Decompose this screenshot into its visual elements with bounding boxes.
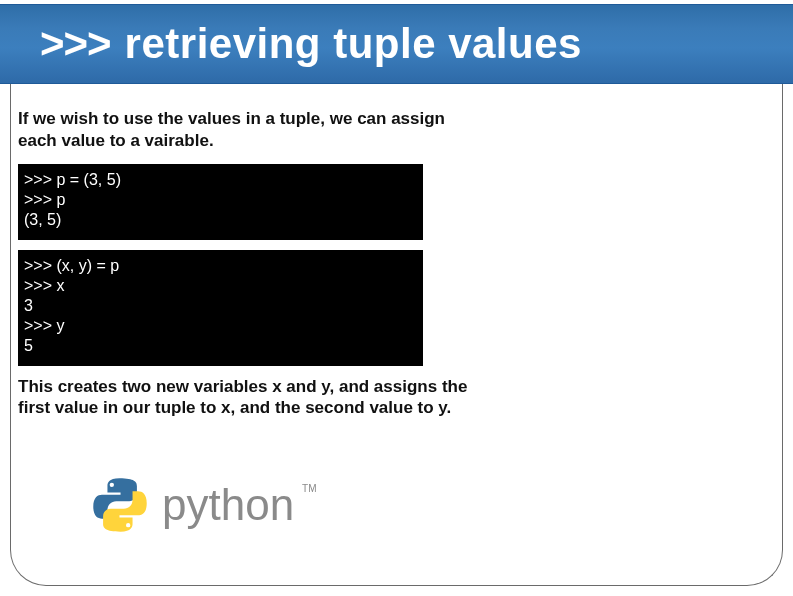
code-block-2: >>> (x, y) = p >>> x 3 >>> y 5 — [18, 250, 423, 366]
title-prompt: >>> — [40, 20, 111, 68]
trademark-symbol: TM — [302, 483, 316, 494]
python-logo: python TM — [90, 475, 317, 535]
title-bar: >>> retrieving tuple values — [0, 4, 793, 84]
python-logo-icon — [90, 475, 150, 535]
intro-text: If we wish to use the values in a tuple,… — [18, 108, 448, 152]
slide: >>> retrieving tuple values If we wish t… — [0, 0, 793, 596]
content-area: If we wish to use the values in a tuple,… — [18, 108, 778, 419]
page-title: retrieving tuple values — [125, 20, 582, 68]
code-block-1: >>> p = (3, 5) >>> p (3, 5) — [18, 164, 423, 240]
python-logo-wordmark: python — [162, 480, 294, 530]
outro-text: This creates two new variables x and y, … — [18, 376, 468, 420]
